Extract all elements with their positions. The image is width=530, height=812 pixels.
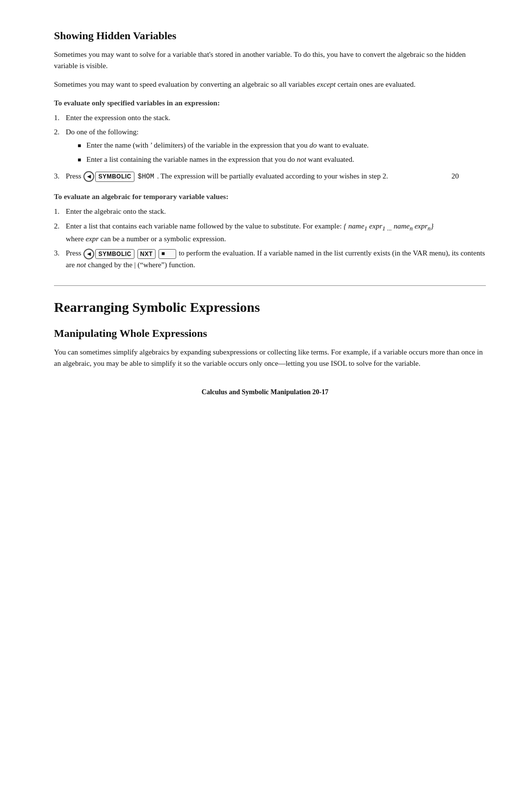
step-num-2: 2. — [54, 127, 66, 138]
step-1-text: Enter the expression onto the stack. — [66, 112, 170, 124]
step-2-text: Do one of the following: ■ Enter the nam… — [66, 127, 369, 168]
where-key: ■ — [159, 249, 177, 259]
show-command: $HOM — [138, 173, 155, 180]
section2-subtitle: Manipulating Whole Expressions — [54, 327, 486, 340]
bullet-icon-2: ■ — [78, 154, 86, 165]
math-example: { name1 expr1 ... namen exprn} — [344, 222, 433, 230]
s2-step-num-2: 2. — [54, 221, 66, 232]
section2-title: Rearranging Symbolic Expressions — [54, 300, 486, 315]
s2-step-2-where-text: where expr can be a number or a symbolic… — [66, 235, 226, 243]
s2-step-3-text: Press ◄SYMBOLIC NXT ■ to perform the eva… — [66, 248, 486, 271]
enter-key-1: ◄ — [83, 171, 94, 182]
bullet-1-text: Enter the name (with ’ delimiters) of th… — [86, 140, 369, 151]
s2-step-1: 1. Enter the algebraic onto the stack. — [54, 206, 486, 217]
enter-key-2: ◄ — [83, 249, 94, 259]
bullet-list-1: ■ Enter the name (with ’ delimiters) of … — [78, 140, 369, 165]
section-divider — [54, 285, 486, 286]
step-2: 2. Do one of the following: ■ Enter the … — [54, 127, 486, 168]
step-num-1: 1. — [54, 112, 66, 124]
steps-list-1: 1. Enter the expression onto the stack. … — [54, 112, 486, 182]
s2-step-2-text: Enter a list that contains each variable… — [66, 221, 434, 245]
step-num-3: 3. — [54, 171, 66, 182]
step-1: 1. Enter the expression onto the stack. — [54, 112, 486, 124]
bullet-icon-1: ■ — [78, 140, 86, 151]
section2-para: You can sometimes simplify algebraics by… — [54, 347, 486, 370]
bullet-1: ■ Enter the name (with ’ delimiters) of … — [78, 140, 369, 151]
bullet-2: ■ Enter a list containing the variable n… — [78, 154, 369, 165]
nxt-key: NXT — [137, 249, 156, 259]
para1: Sometimes you may want to solve for a va… — [54, 49, 486, 72]
steps-list-2: 1. Enter the algebraic onto the stack. 2… — [54, 206, 486, 271]
s2-step-1-text: Enter the algebraic onto the stack. — [66, 206, 166, 217]
s2-step-num-3: 3. — [54, 248, 66, 259]
symbolic-key-2: SYMBOLIC — [95, 249, 134, 259]
section1-title: Showing Hidden Variables — [54, 29, 486, 42]
para2: Sometimes you may want to speed evaluati… — [54, 79, 486, 90]
footer: Calculus and Symbolic Manipulation 20-17 — [0, 388, 530, 396]
symbolic-key-1: SYMBOLIC — [95, 172, 134, 182]
para2-end: certain ones are evaluated. — [338, 80, 416, 88]
subsection2-title: To evaluate an algebraic for temporary v… — [54, 193, 486, 201]
step-3-text: Press ◄SYMBOLIC $HOM . The expression wi… — [66, 171, 388, 182]
s2-step-num-1: 1. — [54, 206, 66, 217]
s2-step-2: 2. Enter a list that contains each varia… — [54, 221, 486, 245]
subsection1-title: To evaluate only specified variables in … — [54, 99, 486, 107]
page-number: 20 — [451, 171, 459, 182]
page: Showing Hidden Variables Sometimes you m… — [0, 0, 530, 416]
s2-step-3: 3. Press ◄SYMBOLIC NXT ■ to perform the … — [54, 248, 486, 271]
step-3: 3. Press ◄SYMBOLIC $HOM . The expression… — [54, 171, 486, 182]
bullet-2-text: Enter a list containing the variable nam… — [86, 154, 354, 165]
para2-text: Sometimes you may want to speed evaluati… — [54, 80, 315, 88]
para2-italic: except — [317, 80, 336, 88]
